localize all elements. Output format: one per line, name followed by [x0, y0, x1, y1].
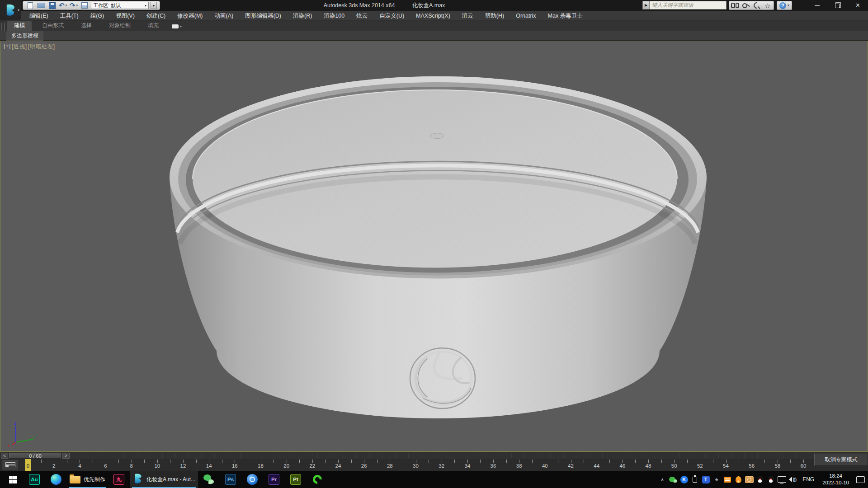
communication-center-icon[interactable]: [753, 2, 761, 9]
ribbon-tab-2[interactable]: 选择: [74, 21, 99, 31]
application-menu-button[interactable]: ▾: [0, 0, 21, 20]
ruler-tick-14: [209, 460, 209, 463]
search-arrow-button[interactable]: ▶: [642, 1, 650, 9]
minimize-button[interactable]: [807, 0, 827, 11]
ribbon-minimize-icon[interactable]: [172, 23, 184, 29]
start-button[interactable]: [2, 471, 24, 488]
workspace-selector[interactable]: 工作区: 默认▾: [91, 2, 149, 9]
menu-item-6[interactable]: 动画(A): [208, 11, 239, 21]
taskbar-clock[interactable]: 18:24 2022-10-10: [819, 473, 853, 486]
clock-time: 18:24: [822, 473, 849, 479]
menu-item-7[interactable]: 图形编辑器(D): [239, 11, 287, 21]
language-indicator[interactable]: ENG: [798, 476, 819, 483]
menu-item-0[interactable]: 编辑(E): [24, 11, 54, 21]
viewport-canvas[interactable]: [0, 41, 868, 451]
open-file-icon[interactable]: [37, 2, 46, 9]
viewport-menu-shading[interactable]: [明暗处理]: [28, 43, 55, 51]
new-file-icon[interactable]: [26, 2, 35, 9]
explorer-window[interactable]: 优先制作: [67, 471, 108, 488]
wechat[interactable]: [198, 471, 220, 488]
premiere-icon: Pr: [269, 474, 279, 485]
viewport-menu-view[interactable]: [透视]: [12, 43, 27, 51]
flower-icon[interactable]: *: [711, 471, 722, 488]
aperture-icon: [247, 474, 258, 485]
camtasia[interactable]: [307, 471, 328, 488]
chevron-up-icon[interactable]: ∧: [657, 471, 668, 488]
display-network-icon[interactable]: [776, 471, 787, 488]
flame-icon[interactable]: [733, 471, 744, 488]
license-key-icon[interactable]: [742, 2, 750, 9]
camera-icon[interactable]: [744, 471, 755, 488]
ruler-tick-21: [299, 460, 300, 463]
workspace-dropdown-button[interactable]: ▼: [151, 2, 157, 9]
ruler-tick-39: [532, 460, 533, 463]
ruler-tick-60: [803, 460, 804, 463]
time-slider[interactable]: < 0 / 60 >: [0, 452, 868, 459]
menu-item-2[interactable]: 组(G): [85, 11, 110, 21]
wan-app[interactable]: 丸: [108, 471, 130, 488]
track-bar[interactable]: 0246810121416182022242628303234363840424…: [0, 459, 868, 471]
search-binoculars-icon[interactable]: [731, 2, 739, 9]
photoshop[interactable]: Ps: [220, 471, 241, 488]
project-toggle-icon[interactable]: [80, 2, 89, 9]
menu-item-14[interactable]: 帮助(H): [479, 11, 510, 21]
substance-painter[interactable]: Pt: [285, 471, 307, 488]
qq2-icon[interactable]: [765, 471, 776, 488]
notification-center-icon[interactable]: [853, 471, 868, 488]
polygon-modeling-panel-tab[interactable]: 多边形建模: [6, 31, 43, 41]
ribbon-tab-4[interactable]: 填充: [141, 21, 165, 31]
restore-button[interactable]: [827, 0, 848, 11]
save-file-icon[interactable]: [47, 2, 57, 9]
menu-item-4[interactable]: 创建(C): [141, 11, 171, 21]
search-input[interactable]: 键入关键字或短语: [650, 1, 726, 9]
max-document-task[interactable]: 化妆盒A.max - Aut...: [130, 471, 198, 488]
wechat-tray-icon[interactable]: [668, 471, 679, 488]
workspace-label: 工作区: 默认: [93, 2, 121, 9]
menu-item-12[interactable]: MAXScript(X): [410, 11, 456, 21]
menu-item-13[interactable]: 渲云: [456, 11, 479, 21]
favorites-star-icon[interactable]: [764, 2, 772, 9]
cosmetic-box-model[interactable]: [170, 76, 707, 418]
k-app-icon[interactable]: K: [679, 471, 689, 488]
menu-item-15[interactable]: Ornatrix: [510, 11, 542, 21]
time-slider-handle[interactable]: 0 / 60: [9, 453, 61, 459]
menu-item-9[interactable]: 渲染100: [318, 11, 350, 21]
ruler-label-14: 14: [206, 463, 212, 469]
ribbon-tab-0[interactable]: 建模: [7, 21, 32, 31]
menu-item-11[interactable]: 自定义(U): [373, 11, 410, 21]
edge-browser[interactable]: [45, 471, 67, 488]
windows-logo-icon: [9, 476, 17, 483]
aperture-app[interactable]: [241, 471, 263, 488]
ruler-label-2: 2: [52, 463, 55, 469]
ruler-tick-32: [442, 460, 442, 463]
menu-item-5[interactable]: 修改器(M): [171, 11, 208, 21]
ribbon-tab-1[interactable]: 自由形式: [35, 21, 71, 31]
premiere[interactable]: Pr: [263, 471, 285, 488]
menu-item-16[interactable]: Max 杀毒卫士: [542, 11, 589, 21]
usb-icon[interactable]: [689, 471, 700, 488]
track-bar-ruler[interactable]: 0246810121416182022242628303234363840424…: [28, 459, 803, 471]
mini-curve-editor-icon[interactable]: [2, 460, 18, 469]
redo-icon[interactable]: [69, 2, 78, 9]
menu-item-1[interactable]: 工具(T): [54, 11, 85, 21]
ruler-tick-12: [183, 460, 184, 463]
ribbon-tab-3[interactable]: 对象绘制: [102, 21, 137, 31]
t-app-icon[interactable]: T: [700, 471, 711, 488]
close-button[interactable]: [848, 0, 868, 11]
next-frame-button[interactable]: >: [62, 453, 70, 459]
menu-item-10[interactable]: 炫云: [350, 11, 373, 21]
menu-item-8[interactable]: 渲染(R): [287, 11, 318, 21]
audition[interactable]: Au: [24, 471, 45, 488]
undo-icon[interactable]: [58, 2, 67, 9]
cancel-expert-mode-button[interactable]: 取消专家模式: [814, 454, 868, 466]
perspective-viewport[interactable]: [+] [透视] [明暗处理] z y x: [0, 41, 868, 452]
help-button[interactable]: ? ▾: [777, 1, 792, 10]
menu-item-3[interactable]: 视图(V): [110, 11, 141, 21]
viewport-menu-plus[interactable]: [+]: [4, 43, 11, 51]
qq-icon[interactable]: [755, 471, 765, 488]
ruler-tick-58: [778, 460, 778, 463]
window-app-icon[interactable]: [722, 471, 733, 488]
previous-frame-button[interactable]: <: [1, 453, 8, 459]
menu-bar: 编辑(E)工具(T)组(G)视图(V)创建(C)修改器(M)动画(A)图形编辑器…: [0, 11, 868, 21]
volume-icon[interactable]: ))): [787, 471, 798, 488]
